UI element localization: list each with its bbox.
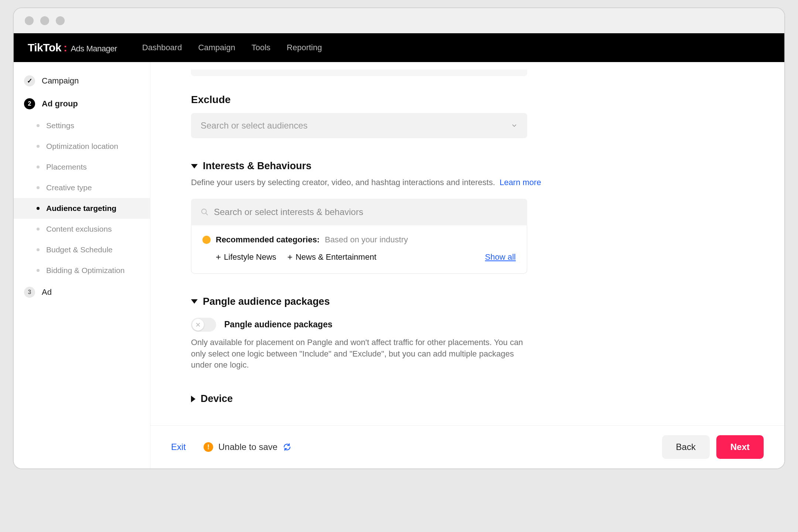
device-title: Device (201, 393, 233, 405)
sidebar-step-adgroup[interactable]: 2 Ad group (14, 92, 150, 115)
toggle-knob (192, 319, 204, 331)
lightbulb-icon (202, 236, 211, 244)
exclude-audience-select[interactable]: Search or select audiences (191, 113, 527, 138)
step-number-icon: 3 (24, 287, 35, 298)
nav-tools[interactable]: Tools (252, 43, 270, 52)
nav-reporting[interactable]: Reporting (287, 43, 322, 52)
search-icon (201, 208, 209, 216)
pangle-section-header[interactable]: Pangle audience packages (191, 296, 675, 307)
pangle-toggle-label: Pangle audience packages (224, 320, 332, 330)
plus-icon: + (287, 252, 293, 262)
pangle-toggle[interactable] (191, 318, 216, 332)
refresh-button[interactable] (283, 443, 291, 451)
window-dot-zoom[interactable] (56, 16, 65, 25)
save-status-text: Unable to save (218, 442, 277, 452)
brand-name: TikTok (28, 41, 61, 54)
top-nav: TikTok: Ads Manager Dashboard Campaign T… (14, 33, 784, 62)
sidebar: ✓ Campaign 2 Ad group Settings Optimizat… (14, 62, 150, 468)
sidebar-sub-optimization-location[interactable]: Optimization location (14, 136, 150, 157)
sidebar-step-ad[interactable]: 3 Ad (14, 281, 150, 304)
pangle-description: Only available for placement on Pangle a… (191, 337, 527, 371)
svg-line-1 (206, 213, 208, 215)
interests-description: Define your users by selecting creator, … (191, 177, 675, 188)
brand-logo[interactable]: TikTok: Ads Manager (28, 41, 117, 54)
sidebar-sub-settings[interactable]: Settings (14, 115, 150, 136)
footer-bar: Exit ! Unable to save Back Next (150, 425, 784, 468)
sidebar-adgroup-label: Ad group (42, 99, 78, 109)
plus-icon: + (216, 252, 221, 262)
prev-section-bottom (191, 69, 527, 76)
sidebar-sub-audience-targeting[interactable]: Audience targeting (14, 198, 150, 219)
back-button[interactable]: Back (662, 435, 710, 459)
caret-down-icon (191, 164, 198, 168)
sidebar-campaign-label: Campaign (42, 76, 79, 86)
exclude-placeholder: Search or select audiences (201, 120, 308, 131)
sidebar-ad-label: Ad (42, 287, 52, 297)
warning-icon: ! (204, 442, 213, 452)
sidebar-sub-bidding-optimization[interactable]: Bidding & Optimization (14, 260, 150, 281)
brand-colon: : (64, 41, 67, 54)
nav-campaign[interactable]: Campaign (198, 43, 235, 52)
next-button[interactable]: Next (716, 435, 764, 459)
sidebar-sub-content-exclusions[interactable]: Content exclusions (14, 219, 150, 239)
brand-sub: Ads Manager (71, 44, 117, 54)
pangle-title: Pangle audience packages (203, 296, 330, 307)
sidebar-sub-budget-schedule[interactable]: Budget & Schedule (14, 239, 150, 260)
reco-label: Recommended categories: (216, 235, 320, 245)
window-chrome (14, 8, 784, 33)
interests-title: Interests & Behaviours (203, 160, 311, 172)
chevron-down-icon (511, 122, 518, 129)
interests-search-input[interactable]: Search or select interests & behaviors (191, 199, 527, 225)
refresh-icon (283, 443, 291, 451)
svg-point-0 (202, 209, 207, 214)
recommended-categories-card: Recommended categories: Based on your in… (191, 225, 527, 274)
sidebar-sub-placements[interactable]: Placements (14, 157, 150, 177)
step-number-icon: 2 (24, 98, 35, 109)
reco-chip-lifestyle-news[interactable]: +Lifestyle News (216, 252, 276, 262)
interests-section-header[interactable]: Interests & Behaviours (191, 160, 675, 172)
close-icon (195, 322, 201, 327)
sidebar-sub-creative-type[interactable]: Creative type (14, 177, 150, 198)
device-section-header[interactable]: Device (191, 393, 675, 405)
reco-chip-news-entertainment[interactable]: +News & Entertainment (287, 252, 376, 262)
window-dot-close[interactable] (25, 16, 34, 25)
interests-search-placeholder: Search or select interests & behaviors (214, 207, 363, 217)
sidebar-step-campaign[interactable]: ✓ Campaign (14, 69, 150, 92)
caret-right-icon (191, 396, 195, 402)
check-icon: ✓ (24, 75, 35, 86)
exclude-title: Exclude (191, 94, 675, 106)
browser-window: TikTok: Ads Manager Dashboard Campaign T… (13, 7, 785, 469)
reco-basis: Based on your industry (325, 235, 408, 245)
interests-learn-more-link[interactable]: Learn more (499, 178, 541, 187)
save-status: ! Unable to save (204, 442, 291, 452)
reco-show-all-link[interactable]: Show all (485, 252, 516, 262)
window-dot-minimize[interactable] (40, 16, 49, 25)
main-content: Exclude Search or select audiences Inter… (150, 62, 784, 468)
caret-down-icon (191, 299, 198, 304)
nav-dashboard[interactable]: Dashboard (142, 43, 182, 52)
exit-link[interactable]: Exit (171, 442, 186, 452)
